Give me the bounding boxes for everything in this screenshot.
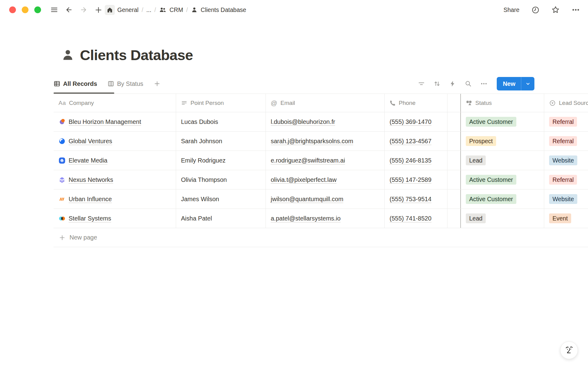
company-page-link[interactable]: Elevate Media <box>69 157 107 164</box>
back-button[interactable] <box>64 5 74 15</box>
company-cell[interactable]: Bleu Horizon Management <box>54 112 176 131</box>
lead-source-cell[interactable]: Website <box>544 151 588 170</box>
tab-by-status[interactable]: By Status <box>107 80 143 87</box>
email-cell[interactable]: a.patel@stellarsystems.io <box>266 209 385 228</box>
company-page-link[interactable]: Urban Influence <box>69 196 112 203</box>
email-link[interactable]: olivia.t@pixelperfect.law <box>271 176 337 183</box>
view-options-button[interactable] <box>480 79 488 88</box>
email-link[interactable]: sarah.j@brightsparksolns.com <box>271 138 353 145</box>
status-cell[interactable]: Lead <box>460 151 544 170</box>
point-person-cell[interactable]: James Wilson <box>176 190 266 209</box>
status-cell[interactable]: Lead <box>460 209 544 228</box>
phone-link[interactable]: (555) 123-4567 <box>390 138 432 145</box>
phone-link[interactable]: (555) 369-1470 <box>390 118 432 125</box>
company-page-link[interactable]: Bleu Horizon Management <box>69 118 141 125</box>
status-cell[interactable]: Active Customer <box>460 112 544 131</box>
email-link[interactable]: a.patel@stellarsystems.io <box>271 215 341 222</box>
topbar-actions: Share <box>503 6 580 14</box>
email-link[interactable]: jwilson@quantumquill.com <box>271 196 343 203</box>
point-person-cell[interactable]: Sarah Johnson <box>176 132 266 151</box>
new-tab-button[interactable] <box>93 5 104 15</box>
status-badge: Lead <box>466 213 486 223</box>
phone-link[interactable]: (555) 753-9514 <box>390 196 432 203</box>
column-header-status[interactable]: Status <box>460 94 544 112</box>
more-options-button[interactable] <box>571 6 580 14</box>
minimize-window-button[interactable] <box>22 6 28 13</box>
breadcrumb-item-clients-database[interactable]: Clients Database <box>188 5 249 15</box>
automations-button[interactable] <box>448 79 457 88</box>
point-person-cell[interactable]: Olivia Thompson <box>176 170 266 189</box>
point-person-cell[interactable]: Emily Rodriguez <box>176 151 266 170</box>
phone-cell[interactable]: (555) 741-8520 <box>385 209 447 228</box>
point-person-cell[interactable]: Aisha Patel <box>176 209 266 228</box>
page-title[interactable]: Clients Database <box>80 47 193 63</box>
tab-all-records[interactable]: All Records <box>54 80 97 87</box>
lead-source-cell[interactable]: Referral <box>544 170 588 189</box>
email-cell[interactable]: e.rodriguez@swiftstream.ai <box>266 151 385 170</box>
sidebar-menu-button[interactable] <box>49 5 59 15</box>
column-header-point-person[interactable]: Point Person <box>176 94 266 112</box>
column-header-phone[interactable]: Phone <box>385 94 447 112</box>
email-link[interactable]: e.rodriguez@swiftstream.ai <box>271 157 345 164</box>
sort-button[interactable] <box>433 79 441 88</box>
email-cell[interactable]: sarah.j@brightsparksolns.com <box>266 132 385 151</box>
company-cell[interactable]: Global Ventures <box>54 132 176 151</box>
filter-button[interactable] <box>417 79 426 88</box>
company-page-link[interactable]: Stellar Systems <box>69 215 111 222</box>
company-page-link[interactable]: Global Ventures <box>69 138 112 145</box>
column-gap <box>447 190 460 209</box>
window-controls <box>9 6 41 13</box>
company-cell[interactable]: Nexus Networks <box>54 170 176 189</box>
status-cell[interactable]: Active Customer <box>460 170 544 189</box>
breadcrumb-label: General <box>117 6 138 13</box>
search-icon <box>465 80 472 87</box>
breadcrumb-item-crm[interactable]: CRM <box>156 5 185 15</box>
favorite-button[interactable] <box>551 6 560 14</box>
company-cell[interactable]: Stellar Systems <box>54 209 176 228</box>
status-cell[interactable]: Prospect <box>460 132 544 151</box>
breadcrumb-home-button[interactable] <box>105 5 115 15</box>
point-person-cell[interactable]: Lucas Dubois <box>176 112 266 131</box>
phone-cell[interactable]: (555) 147-2589 <box>385 170 447 189</box>
lead-source-badge: Website <box>549 155 577 165</box>
lead-source-cell[interactable]: Website <box>544 190 588 209</box>
forward-button[interactable] <box>78 5 89 15</box>
column-header-company[interactable]: Aa Company <box>54 94 176 112</box>
breadcrumb-separator: / <box>154 6 156 13</box>
column-header-email[interactable]: @ Email <box>266 94 385 112</box>
search-button[interactable] <box>464 79 473 88</box>
phone-cell[interactable]: (555) 123-4567 <box>385 132 447 151</box>
new-record-button[interactable]: New <box>497 77 521 90</box>
lead-source-cell[interactable]: Referral <box>544 132 588 151</box>
new-page-row[interactable]: New page <box>54 228 588 247</box>
lead-source-cell[interactable]: Event <box>544 209 588 228</box>
email-link[interactable]: l.dubois@bleuhorizon.fr <box>271 118 335 125</box>
home-icon <box>107 7 113 13</box>
phone-cell[interactable]: (555) 246-8135 <box>385 151 447 170</box>
phone-link[interactable]: (555) 246-8135 <box>390 157 432 164</box>
nav-controls <box>49 5 104 15</box>
email-cell[interactable]: olivia.t@pixelperfect.law <box>266 170 385 189</box>
zoom-window-button[interactable] <box>34 6 41 13</box>
history-button[interactable] <box>531 6 540 14</box>
phone-cell[interactable]: (555) 369-1470 <box>385 112 447 131</box>
ai-assistant-button[interactable] <box>560 341 578 359</box>
new-record-dropdown-button[interactable] <box>521 77 534 90</box>
lead-source-cell[interactable]: Referral <box>544 112 588 131</box>
company-page-link[interactable]: Nexus Networks <box>69 176 113 183</box>
close-window-button[interactable] <box>9 6 16 13</box>
email-cell[interactable]: jwilson@quantumquill.com <box>266 190 385 209</box>
column-header-lead-source[interactable]: Lead Source <box>544 94 588 112</box>
add-view-button[interactable] <box>154 80 160 87</box>
phone-cell[interactable]: (555) 753-9514 <box>385 190 447 209</box>
phone-link[interactable]: (555) 147-2589 <box>390 176 432 183</box>
status-cell[interactable]: Active Customer <box>460 190 544 209</box>
email-cell[interactable]: l.dubois@bleuhorizon.fr <box>266 112 385 131</box>
company-cell[interactable]: Elevate Media <box>54 151 176 170</box>
share-button[interactable]: Share <box>503 6 519 13</box>
breadcrumb-item-general[interactable]: General <box>115 5 141 15</box>
people-icon <box>159 6 167 14</box>
company-cell[interactable]: Urban Influence <box>54 190 176 209</box>
phone-link[interactable]: (555) 741-8520 <box>390 215 432 222</box>
breadcrumb-item-ellipsis[interactable]: ... <box>144 5 154 15</box>
